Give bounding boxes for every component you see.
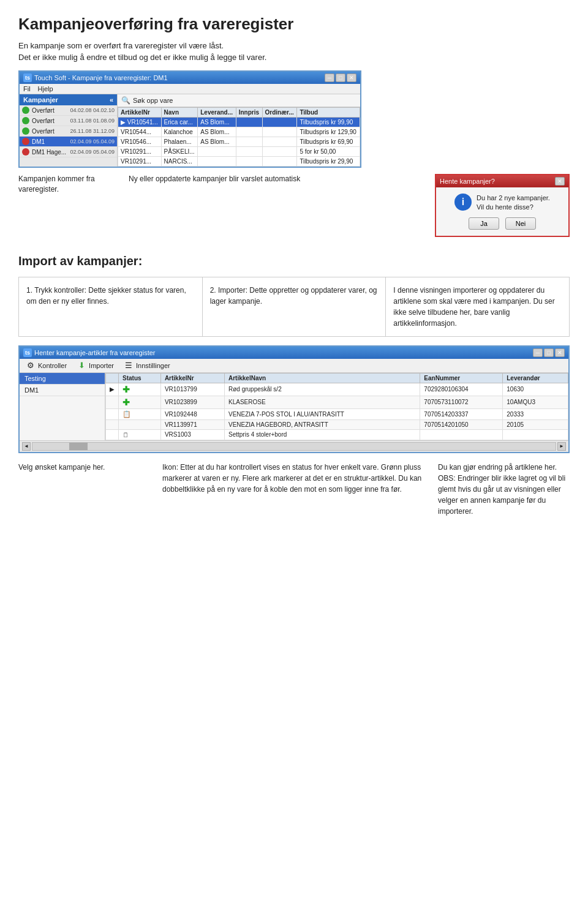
article-row[interactable]: 🗒 VRS1003 Settpris 4 stoler+bord: [106, 429, 568, 440]
cell-arrow: [106, 408, 119, 419]
menu-hjelp[interactable]: Hjelp: [38, 85, 53, 92]
cell-ean: [420, 429, 503, 440]
item-row[interactable]: VR10546... Phalaen... AS Blom... Tilbuds…: [118, 137, 360, 147]
dialog-line2: Vil du hente disse?: [477, 203, 550, 212]
article-row[interactable]: ✚ VR1023899 KLASEROSE 7070573110072 10AM…: [106, 396, 568, 408]
campaign-label: DM1: [24, 386, 39, 394]
maximize-button[interactable]: □: [336, 73, 345, 82]
status-icon-green: [22, 117, 29, 124]
cell-artname: VENEZIA HAGEBORD, ANTRASITT: [224, 419, 420, 429]
col-ord: Ordinær...: [262, 108, 297, 118]
import-section: Import av kampanjer: 1. Trykk kontroller…: [18, 254, 570, 517]
cell-inn: [236, 137, 262, 147]
minimize-button[interactable]: ─: [325, 73, 334, 82]
cell-navn: NARCIS...: [161, 157, 198, 167]
close-button[interactable]: ✕: [555, 348, 565, 357]
cell-ord: [262, 118, 297, 127]
kontroller-button[interactable]: ⚙ Kontroller: [26, 361, 67, 370]
annotation-varslet: Ny eller oppdaterte kampanjer blir varsl…: [129, 174, 423, 184]
cell-lev: [503, 429, 568, 440]
annotation-campaign-select: Velg ønsket kampanje her.: [18, 462, 150, 517]
campaign-row-4[interactable]: DM1 02.04.09 05.04.09: [20, 137, 117, 147]
lower-campaign-list: Testing DM1: [20, 373, 105, 440]
lower-window: ts Henter kampanje-artikler fra vareregi…: [18, 345, 570, 453]
dialog-close-button[interactable]: ✕: [555, 177, 565, 186]
cell-tilbud: Tilbudspris kr 99,90: [297, 118, 360, 127]
cell-tilbud: Tilbudspris kr 129,90: [297, 127, 360, 137]
item-row[interactable]: ▶ VR10541... Erica car... AS Blom... Til…: [118, 118, 360, 127]
dialog-buttons: Ja Nei: [469, 217, 536, 230]
cell-ean: 7029280106304: [420, 383, 503, 396]
cell-lev: [198, 147, 236, 157]
item-row[interactable]: VR10291... PÅSKELI... 5 for kr 50,00: [118, 147, 360, 157]
cell-lev: 10630: [503, 383, 568, 396]
cell-arrow: [106, 396, 119, 408]
intro-line-2: Det er ikke mulig å endre et tilbud og d…: [18, 53, 570, 62]
intro-line-1: En kampanje som er overført fra vareregi…: [18, 41, 570, 50]
cell-tilbud: Tilbudspris kr 29,90: [297, 157, 360, 167]
lower-campaign-item-testing[interactable]: Testing: [20, 373, 105, 385]
article-row[interactable]: ▶ ✚ VR1013799 Rød gruppeskål s/2 7029280…: [106, 383, 568, 396]
item-row[interactable]: VR10291... NARCIS... Tilbudspris kr 29,9…: [118, 157, 360, 167]
status-icon-red: [22, 138, 29, 145]
close-button[interactable]: ✕: [347, 73, 356, 82]
article-row[interactable]: VR1139971 VENEZIA HAGEBORD, ANTRASITT 70…: [106, 419, 568, 429]
cell-arrow: [106, 419, 119, 429]
cell-lev: AS Blom...: [198, 118, 236, 127]
scroll-right-button[interactable]: ►: [557, 442, 566, 451]
cell-ord: [262, 147, 297, 157]
menu-fil[interactable]: Fil: [23, 85, 31, 92]
campaign-row-1[interactable]: Overført 04.02.08 04.02.10: [20, 105, 117, 116]
annotation-campaign-select-text: Velg ønsket kampanje her.: [18, 463, 105, 472]
campaign-row-2[interactable]: Overført 03.11.08 01.08.09: [20, 116, 117, 126]
campaign-dates: 02.04.09 05.04.09: [70, 138, 115, 145]
campaign-row-3[interactable]: Overført 26.11.08 31.12.09: [20, 126, 117, 137]
intro-text: En kampanje som er overført fra vareregi…: [18, 41, 570, 62]
innstillinger-button[interactable]: ☰ Innstillinger: [124, 361, 170, 370]
cell-ord: [262, 127, 297, 137]
annotation-vareregister-text: Kampanjen kommer fra vareregister.: [18, 175, 95, 194]
cell-artname: KLASEROSE: [224, 396, 420, 408]
lower-window-titlebar: ts Henter kampanje-artikler fra vareregi…: [20, 347, 568, 359]
dialog-no-button[interactable]: Nei: [505, 217, 536, 230]
item-table: ArtikkelNr Navn Leverand... Innpris Ordi…: [118, 107, 360, 167]
cell-artname: VENEZIA 7-POS STOL I ALU/ANTRASITT: [224, 408, 420, 419]
titlebar-left: ts Touch Soft - Kampanje fra vareregiste…: [23, 73, 168, 82]
import-step-3-text: I denne visningen importerer og oppdater…: [393, 286, 554, 328]
cell-status: 🗒: [119, 429, 161, 440]
lower-campaign-item-dm1[interactable]: DM1: [20, 385, 105, 396]
campaign-label: Overført: [32, 118, 70, 124]
import-step-3: I denne visningen importerer og oppdater…: [386, 277, 569, 336]
item-row[interactable]: VR10544... Kalanchoe AS Blom... Tilbudsp…: [118, 127, 360, 137]
col-lev: Leverandør: [503, 373, 568, 383]
import-step-2: 2. Importer: Dette oppretter og oppdater…: [203, 277, 386, 336]
scroll-track[interactable]: [32, 442, 556, 451]
cell-navn: Kalanchoe: [161, 127, 198, 137]
campaign-list-title: Kampanjer: [23, 96, 58, 103]
cell-artnr: VR10291...: [118, 157, 162, 167]
campaign-dates: 26.11.08 31.12.09: [70, 128, 115, 134]
campaign-label: Overført: [32, 107, 70, 114]
maximize-button[interactable]: □: [544, 348, 554, 357]
dialog-yes-button[interactable]: Ja: [469, 217, 499, 230]
importer-button[interactable]: ⬇ Importer: [77, 361, 114, 370]
dialog-info: i Du har 2 nye kampanjer. Vil du hente d…: [454, 194, 550, 212]
collapse-icon[interactable]: «: [110, 96, 113, 103]
importer-label: Importer: [89, 362, 114, 369]
cell-ean: 7070573110072: [420, 396, 503, 408]
annotation-icon-explanation-text: Ikon: Etter at du har kontrollert vises …: [162, 463, 421, 494]
cell-lev: AS Blom...: [198, 127, 236, 137]
cell-artnr: VR10291...: [118, 147, 162, 157]
minimize-button[interactable]: ─: [533, 348, 543, 357]
cell-artnr: VR10546...: [118, 137, 162, 147]
article-row[interactable]: 📋 VR1092448 VENEZIA 7-POS STOL I ALU/ANT…: [106, 408, 568, 419]
import-step-1-text: 1. Trykk kontroller: Dette sjekker statu…: [26, 286, 186, 306]
col-artname: ArtikkelNavn: [224, 373, 420, 383]
scroll-left-button[interactable]: ◄: [22, 442, 31, 451]
page-title: Kampanjeoverføring fra vareregister: [18, 15, 570, 34]
col-ean: EanNummer: [420, 373, 503, 383]
importer-icon: ⬇: [77, 361, 86, 370]
cell-navn: PÅSKELI...: [161, 147, 198, 157]
campaign-row-5[interactable]: DM1 Hage... 02.04.09 05.04.09: [20, 147, 117, 157]
cell-inn: [236, 147, 262, 157]
